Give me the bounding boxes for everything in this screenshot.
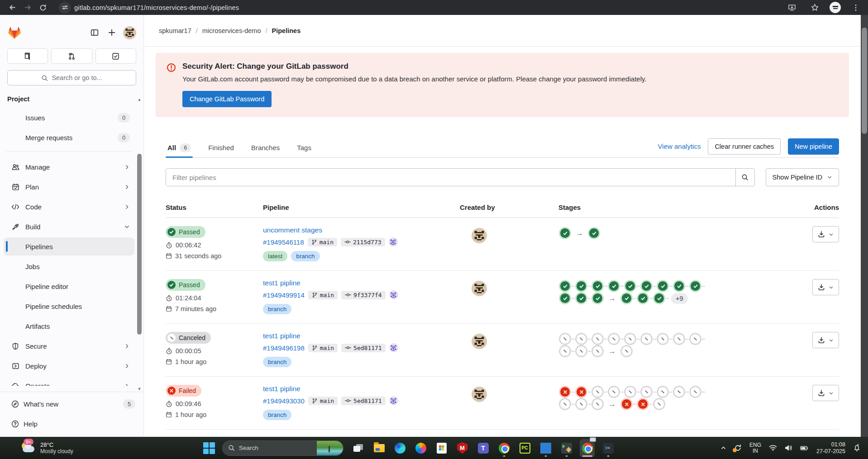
pipeline-name-link[interactable]: uncomment stages: [263, 226, 322, 234]
commit-chip[interactable]: 2115d773: [341, 238, 385, 246]
stage-skipped-icon[interactable]: [609, 334, 619, 344]
url-text[interactable]: gitlab.com/spkumar171/microservices-demo…: [74, 4, 239, 11]
commit-author-avatar[interactable]: [389, 343, 398, 352]
sidebar-item-code[interactable]: Code: [4, 198, 134, 216]
pipeline-id-link[interactable]: #1949496198: [263, 344, 305, 352]
pipeline-name-link[interactable]: test1 pipline: [263, 279, 300, 287]
sidebar-item-merge-requests[interactable]: Merge requests0: [4, 128, 134, 147]
clear-runner-caches-button[interactable]: Clear runner caches: [708, 138, 781, 155]
stage-skipped-icon[interactable]: [674, 387, 684, 397]
stage-passed-icon[interactable]: [560, 281, 570, 291]
download-artifacts-button[interactable]: [812, 385, 839, 401]
taskbar-app-dev-terminal-icon[interactable]: [559, 439, 574, 457]
search-or-go-to[interactable]: Search or go to...: [7, 70, 136, 85]
stage-failed-icon[interactable]: [560, 387, 570, 397]
stage-passed-icon[interactable]: [658, 281, 668, 291]
sidebar-item-issues[interactable]: Issues0: [4, 109, 134, 127]
stage-skipped-icon[interactable]: [622, 346, 631, 356]
sidebar-item-what-s-new[interactable]: What's new5: [4, 395, 140, 413]
sidebar-item-plan[interactable]: Plan: [4, 178, 134, 196]
stage-skipped-icon[interactable]: [625, 387, 635, 397]
scroll-down-icon[interactable]: ▼: [138, 387, 142, 391]
stages-more-badge[interactable]: +9: [671, 293, 688, 304]
stage-passed-icon[interactable]: [593, 281, 602, 291]
stage-passed-icon[interactable]: [589, 228, 599, 238]
tab-finished[interactable]: Finished: [206, 138, 236, 157]
refresh-icon[interactable]: [35, 2, 51, 14]
pipeline-id-link[interactable]: #1949546118: [263, 238, 304, 246]
browser-scrollbar-thumb[interactable]: [862, 28, 867, 134]
branch-chip[interactable]: main: [308, 344, 338, 352]
stage-skipped-icon[interactable]: [609, 387, 619, 397]
taskbar-app-mcafee-icon[interactable]: M: [455, 439, 470, 457]
sidebar-toggle-icon[interactable]: [88, 26, 101, 39]
download-artifacts-button[interactable]: [812, 226, 839, 242]
stage-skipped-icon[interactable]: [593, 399, 602, 409]
commit-author-avatar[interactable]: [389, 396, 398, 405]
sidebar-item-pipelines[interactable]: Pipelines: [4, 237, 134, 256]
filter-search-button[interactable]: [735, 169, 754, 186]
sidebar-item-build[interactable]: Build: [4, 218, 134, 236]
sidebar-item-help[interactable]: Help: [4, 415, 140, 433]
creator-avatar[interactable]: [472, 387, 487, 402]
pipeline-name-link[interactable]: test1 pipline: [263, 385, 300, 393]
sidebar-item-pipeline-schedules[interactable]: Pipeline schedules: [4, 297, 134, 315]
back-icon[interactable]: [5, 2, 20, 14]
status-badge[interactable]: Canceled: [166, 332, 211, 344]
stage-skipped-icon[interactable]: [560, 399, 570, 409]
stage-passed-icon[interactable]: [674, 281, 684, 291]
stage-skipped-icon[interactable]: [658, 387, 668, 397]
pipeline-id-link[interactable]: #1949493030: [263, 397, 305, 405]
stage-skipped-icon[interactable]: [674, 334, 684, 344]
weather-widget[interactable]: 9+ 28°C Mostly cloudy: [0, 441, 122, 455]
new-pipeline-button[interactable]: New pipeline: [788, 138, 839, 155]
commit-chip[interactable]: 5ed81171: [341, 397, 386, 405]
notification-bell-icon[interactable]: [853, 444, 861, 452]
volume-icon[interactable]: [785, 445, 792, 451]
filter-pipelines-input[interactable]: [166, 169, 735, 186]
stage-passed-icon[interactable]: [625, 281, 635, 291]
stage-skipped-icon[interactable]: [593, 387, 602, 397]
sidebar-item-operate[interactable]: Operate: [4, 377, 134, 386]
user-avatar[interactable]: [123, 26, 136, 39]
stage-skipped-icon[interactable]: [642, 334, 651, 344]
tab-all[interactable]: All6: [166, 138, 193, 157]
tab-branches[interactable]: Branches: [249, 138, 281, 157]
download-artifacts-button[interactable]: [812, 332, 839, 348]
merge-requests-shortcut-button[interactable]: [51, 48, 92, 64]
taskbar-app-store-icon[interactable]: [434, 439, 449, 457]
stage-passed-icon[interactable]: [691, 281, 700, 291]
creator-avatar[interactable]: [472, 334, 487, 349]
stage-skipped-icon[interactable]: [560, 334, 570, 344]
stage-skipped-icon[interactable]: [658, 334, 668, 344]
stage-skipped-icon[interactable]: [577, 334, 586, 344]
site-info-icon[interactable]: [59, 2, 71, 14]
stage-skipped-icon[interactable]: [691, 334, 700, 344]
create-new-icon[interactable]: [105, 26, 119, 39]
taskbar-app-task-view-icon[interactable]: [351, 439, 366, 457]
stage-passed-icon[interactable]: [654, 293, 664, 303]
sidebar-item-artifacts[interactable]: Artifacts: [4, 317, 134, 335]
stage-passed-icon[interactable]: [560, 228, 570, 238]
view-analytics-link[interactable]: View analytics: [658, 142, 701, 150]
sidebar-item-deploy[interactable]: Deploy: [4, 357, 134, 375]
stage-failed-icon[interactable]: [577, 387, 586, 397]
update-sync-icon[interactable]: [734, 444, 742, 452]
start-button[interactable]: [202, 441, 216, 455]
language-indicator[interactable]: ENG IN: [749, 442, 761, 454]
stage-skipped-icon[interactable]: [577, 346, 586, 356]
change-password-button[interactable]: Change GitLab Password: [182, 91, 272, 107]
battery-icon[interactable]: [800, 445, 809, 451]
pipeline-id-link[interactable]: #1949499914: [263, 291, 305, 299]
breadcrumb-group-link[interactable]: spkumar17: [159, 27, 191, 34]
scrollbar-thumb[interactable]: [137, 154, 142, 335]
stage-skipped-icon[interactable]: [560, 346, 570, 356]
commit-chip[interactable]: 9f3377f4: [341, 291, 386, 299]
stage-passed-icon[interactable]: [560, 293, 570, 303]
browser-scrollbar[interactable]: [861, 15, 868, 437]
stage-passed-icon[interactable]: [593, 293, 602, 303]
clock[interactable]: 01:08 27-07-2025: [816, 441, 845, 455]
scroll-up-icon[interactable]: ▲: [138, 97, 142, 102]
stage-skipped-icon[interactable]: [642, 387, 651, 397]
creator-avatar[interactable]: [472, 281, 487, 296]
